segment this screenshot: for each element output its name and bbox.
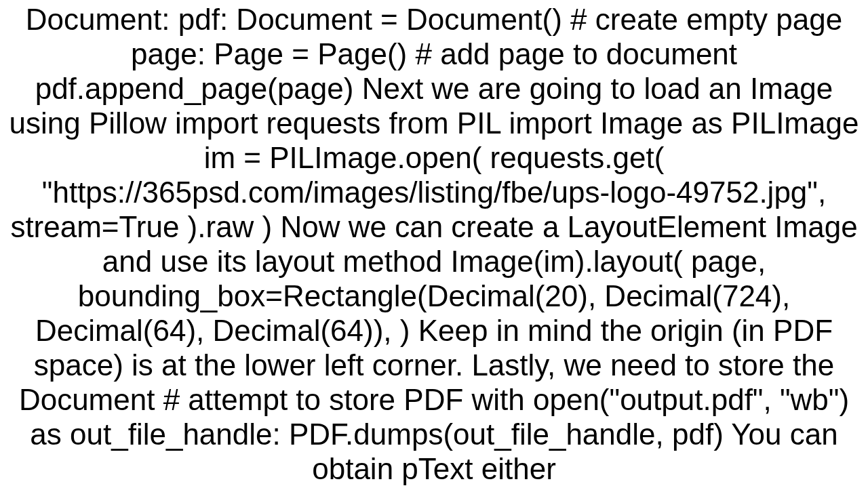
document-body: Document: pdf: Document = Document() # c… <box>7 2 861 486</box>
